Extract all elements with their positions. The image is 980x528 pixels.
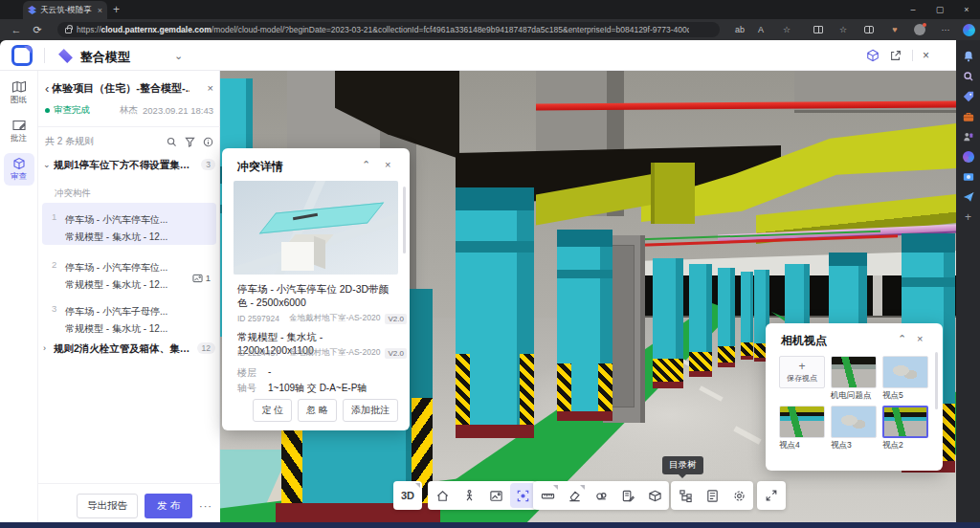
filter-icon[interactable]: [185, 137, 195, 147]
chevron-down-icon[interactable]: ⌄: [43, 160, 54, 169]
camera-panel-scrollbar[interactable]: [935, 352, 938, 409]
people-icon[interactable]: [962, 130, 975, 143]
app-logo[interactable]: [11, 45, 33, 66]
viewpoint-thumb-selected[interactable]: 视点2: [882, 406, 928, 451]
browser-tab[interactable]: 天云筑-模随享 ×: [23, 1, 107, 19]
panel-divider: [38, 126, 220, 127]
more-actions-icon[interactable]: ···: [199, 500, 212, 512]
settings-more-icon[interactable]: ···: [936, 20, 955, 39]
split-screen-icon[interactable]: [809, 20, 828, 39]
floor-value: -: [268, 366, 271, 380]
rule-row-2[interactable]: › 规则2消火栓立管及箱体、集水... 12: [43, 342, 215, 354]
bell-icon[interactable]: [962, 50, 975, 63]
tag-icon[interactable]: [962, 90, 975, 103]
panel-close-icon[interactable]: ×: [208, 82, 213, 94]
conflict-item[interactable]: 3 停车场 - 小汽车子母停...常规模型 - 集水坑 - 12...: [42, 295, 216, 337]
tab-title: 天云筑-模随享: [40, 5, 92, 16]
tab-close-icon[interactable]: ×: [98, 6, 102, 15]
insights-wheel-icon[interactable]: [962, 150, 975, 164]
viewpoint-count: 1: [206, 273, 211, 283]
component-list-button[interactable]: [615, 483, 640, 508]
screenshot-icon[interactable]: [962, 170, 975, 184]
rail-item-drawings[interactable]: 图纸: [4, 77, 34, 109]
browser-essentials-icon[interactable]: ♥: [885, 20, 904, 39]
back-button[interactable]: ←: [6, 24, 27, 35]
measure-button[interactable]: [535, 483, 560, 508]
conflict-item[interactable]: 2 停车场 - 小汽车停车位...常规模型 - 集水坑 - 12... 1: [42, 251, 216, 293]
window-maximize-button[interactable]: ▢: [926, 0, 953, 19]
add-sidebar-item-icon[interactable]: +: [962, 210, 975, 224]
home-view-button[interactable]: [430, 483, 455, 508]
share-icon[interactable]: [889, 49, 902, 62]
view-mode-3d-button[interactable]: 3D: [393, 481, 422, 510]
effects-button[interactable]: [589, 483, 613, 508]
conflict-item[interactable]: 1 停车场 - 小汽车停车位...常规模型 - 集水坑 - 12...: [42, 203, 216, 245]
camera-close-icon[interactable]: ×: [917, 333, 923, 344]
add-annotation-button[interactable]: 添加批注: [343, 399, 398, 422]
favorites-bar-icon[interactable]: ☆: [834, 20, 853, 39]
ignore-button[interactable]: 忽 略: [298, 399, 337, 422]
publish-button[interactable]: 发 布: [145, 494, 192, 518]
popup-close-icon[interactable]: ×: [385, 159, 390, 170]
save-viewpoint-button[interactable]: +保存视点: [779, 356, 825, 388]
conflict-detail-popup: 冲突详情 ⌃ × 停车场 - 小汽车停车位 2D-3D带颜色 - 2500x60…: [222, 148, 410, 430]
back-chevron-icon[interactable]: ‹: [45, 81, 49, 96]
collapse-icon[interactable]: ⌃: [362, 159, 370, 171]
translate-icon[interactable]: ab: [730, 20, 749, 39]
info-icon[interactable]: [203, 137, 213, 147]
toolbox-icon[interactable]: [962, 110, 975, 123]
conflict-preview-image[interactable]: [234, 181, 398, 275]
viewpoint-thumb[interactable]: 视点4: [779, 406, 825, 451]
address-bar[interactable]: https://cloud.patternx.gemdale.com/model…: [57, 22, 720, 37]
favorite-star-icon[interactable]: ☆: [777, 20, 796, 39]
properties-button[interactable]: [700, 483, 724, 508]
annotations-icon: [11, 119, 27, 132]
panel-footer: 导出报告 发 布 ···: [38, 483, 220, 528]
collections-icon[interactable]: [859, 20, 879, 39]
rail-item-annotations[interactable]: 批注: [4, 115, 34, 147]
viewpoint-thumb[interactable]: 视点3: [831, 406, 877, 451]
rail-item-review[interactable]: 审查: [4, 153, 34, 186]
viewpoint-thumb[interactable]: 机电问题点: [831, 356, 877, 402]
fullscreen-button[interactable]: [757, 481, 786, 510]
app-close-icon[interactable]: ×: [923, 49, 929, 62]
model-cube-icon[interactable]: [866, 49, 880, 62]
viewpoint-count-badge[interactable]: 1: [192, 257, 211, 293]
drawings-icon: [11, 80, 27, 94]
model-title[interactable]: 整合模型: [80, 49, 130, 66]
search-icon[interactable]: [167, 137, 177, 147]
profile-avatar[interactable]: [910, 20, 929, 39]
settings-gear-button[interactable]: [726, 483, 751, 508]
popup-scrollbar[interactable]: [403, 187, 406, 253]
copilot-icon[interactable]: [959, 20, 978, 39]
chevron-right-icon[interactable]: ›: [43, 343, 54, 353]
edge-sidebar: +: [956, 40, 980, 528]
locate-button[interactable]: 定 位: [253, 399, 292, 422]
refresh-button[interactable]: ⟳: [27, 24, 48, 36]
viewpoint-thumb[interactable]: 视点5: [882, 356, 928, 402]
chevron-down-icon[interactable]: ⌄: [174, 50, 183, 62]
window-close-button[interactable]: ×: [953, 0, 980, 19]
directory-tree-tooltip: 目录树: [662, 456, 703, 474]
viewpoint-thumbnail: [882, 356, 928, 388]
read-aloud-icon[interactable]: A: [751, 20, 770, 39]
export-report-button[interactable]: 导出报告: [77, 494, 138, 518]
section-box-button[interactable]: [642, 483, 667, 508]
panel-header: ‹ 体验项目（住宅）-整合模型-... ×: [45, 80, 213, 96]
window-minimize-button[interactable]: –: [900, 0, 926, 19]
collapse-icon[interactable]: ⌃: [898, 333, 906, 345]
component2-id-row: ID 2224457 金地戴村地下室-AS-2020 V2.0: [237, 347, 398, 359]
send-plane-icon[interactable]: [962, 190, 975, 204]
rule-row-1[interactable]: ⌄ 规则1停车位下方不得设置集水坑 3: [43, 159, 215, 170]
hide-element-button[interactable]: [562, 483, 587, 508]
directory-tree-button[interactable]: [673, 483, 698, 508]
axis-row: 轴号 1~109轴 交 D-A~E-P轴: [237, 382, 398, 395]
rule-badge: 12: [197, 342, 215, 354]
new-tab-button[interactable]: +: [113, 3, 120, 16]
search-icon[interactable]: [962, 70, 975, 83]
snapshot-button[interactable]: [483, 483, 508, 508]
locate-component-button[interactable]: [510, 483, 535, 508]
scene-yellow-duct-drop: [651, 163, 695, 224]
roam-button[interactable]: [457, 483, 481, 508]
browser-titlebar: 天云筑-模随享 × + – ▢ ×: [0, 0, 980, 19]
